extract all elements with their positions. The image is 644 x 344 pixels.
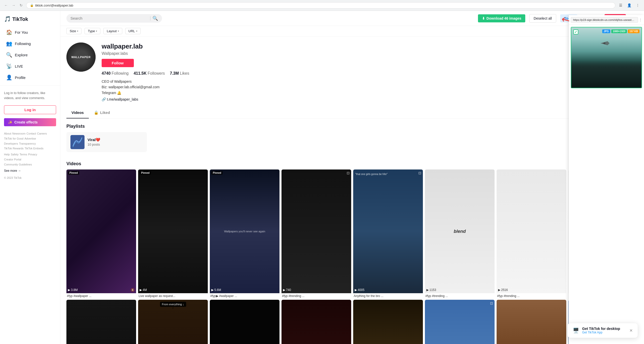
playlist-viral[interactable]: Viral❤️ 10 posts (66, 132, 147, 152)
browser-chrome: ← → ↻ 🔒 tiktok.com/@wallpaper.lab ☰ 👤 ⋮ (0, 0, 644, 11)
video-card-13[interactable]: ▶ 3002 #fyp #trending ... (353, 300, 423, 344)
video-card-1[interactable]: Pinned ▶ 3.8M 🔇 #fyp #wallpaper ... (66, 169, 136, 298)
footer-advertise[interactable]: Advertise (24, 136, 36, 141)
sidebar-login-message: Log in to follow creators, like videos, … (0, 88, 60, 103)
video-card-14[interactable]: ⊡ ▶ 2546 #fyp #trending ... (425, 300, 495, 344)
footer-safety[interactable]: Safety (11, 152, 19, 157)
tab-videos[interactable]: Videos (66, 107, 89, 118)
chevron-down-icon: ▾ (118, 30, 119, 32)
video-thumbnail-5: ⊡ "that one girls gonna be hfer" ▶ 4005 (353, 169, 423, 293)
url-dropdown[interactable]: URL ▾ (125, 28, 141, 34)
video-card-3[interactable]: Pinned Wallpapers you'll never see again… (210, 169, 279, 298)
video-card-10[interactable]: From everything ↓ ▶ 31.2K #fyp #trending… (138, 300, 208, 344)
toast-subtitle[interactable]: Get TikTok App (582, 331, 626, 334)
sidebar: 🎵 TikTok 🏠 For You 👥 Following 🔍 Explore… (0, 11, 60, 344)
desktop-icon: 🖥️ (573, 327, 579, 333)
video-thumbnail-2: Pinned ▶ 4M (138, 169, 208, 293)
video-card-9[interactable]: ▶ 2033 Quick edit #fyp ... (66, 300, 136, 344)
size-dropdown[interactable]: Size ▾ (66, 28, 82, 34)
profile-icon: 👤 (6, 74, 12, 80)
forward-button[interactable]: → (11, 2, 17, 8)
footer-about[interactable]: About (4, 131, 11, 136)
sidebar-item-following[interactable]: 👥 Following (2, 38, 58, 49)
videos-grid: Pinned ▶ 3.8M 🔇 #fyp #wallpaper ... Pinn… (66, 169, 638, 344)
popup-url-input[interactable] (571, 17, 638, 23)
search-icon[interactable]: 🔍 (152, 16, 158, 21)
footer-tiktok-good[interactable]: TikTok for Good (4, 136, 23, 141)
video-card-6[interactable]: blend ▶ 1153 #fyp #trending ... (425, 169, 495, 298)
bookmark-icon: ⊡ (347, 171, 350, 175)
deselect-button[interactable]: Deselect all (529, 14, 556, 23)
tab-liked[interactable]: 🔒 Liked (89, 107, 115, 118)
profile-btn[interactable]: 👤 (626, 2, 632, 9)
video-card-2[interactable]: Pinned ▶ 4M Live wallpaper as request... (138, 169, 208, 298)
sidebar-item-for-you[interactable]: 🏠 For You (2, 27, 58, 38)
likes-label: Likes (180, 71, 189, 76)
footer-terms[interactable]: Terms (20, 152, 27, 157)
video-card-7[interactable]: ▶ 2516 #fyp #trending ... (497, 169, 566, 298)
footer-community[interactable]: Community Guidelines (4, 162, 32, 167)
footer-developers[interactable]: Developers (4, 141, 18, 146)
video-card-12[interactable]: ❤ I ❤ Ghosts ▶ 3099 #fyp #trending ... (281, 300, 351, 344)
footer-privacy[interactable]: Privacy (28, 152, 37, 157)
create-effects-button[interactable]: ✨ Create effects (4, 118, 56, 126)
sidebar-login-button[interactable]: Log in (4, 105, 56, 114)
profile-section: WALLPAPER wallpaper.lab Wallpaper.labs F… (60, 36, 644, 119)
video-card-11[interactable]: ▶ 2161 #fyp #trending ... (210, 300, 279, 344)
tiktok-logo-icon: 🎵 (4, 16, 11, 22)
layout-dropdown[interactable]: Layout ▾ (103, 28, 122, 34)
bio-line-2: Biz: wallpaper.lab.official@gmail.com (102, 84, 614, 90)
type-dropdown[interactable]: Type ▾ (85, 28, 100, 34)
stat-following: 4740 Following (102, 71, 129, 76)
follow-button[interactable]: Follow (102, 59, 134, 67)
video-thumbnail-4: ⊡ ▶ 740 (281, 169, 351, 293)
footer-creator-portal[interactable]: Creator Portal (4, 157, 21, 162)
tiktok-logo[interactable]: 🎵 TikTok (0, 14, 60, 26)
video-card-5[interactable]: ⊡ "that one girls gonna be hfer" ▶ 4005 … (353, 169, 423, 298)
sidebar-item-profile[interactable]: 👤 Profile (2, 72, 58, 83)
footer-transparency[interactable]: Transparency (19, 141, 36, 146)
extensions-btn[interactable]: ☰ (617, 2, 624, 9)
popup-main-image (571, 27, 641, 88)
sidebar-nav: 🏠 For You 👥 Following 🔍 Explore 📡 LIVE 👤… (0, 26, 60, 83)
sidebar-item-explore[interactable]: 🔍 Explore (2, 49, 58, 60)
playlist-thumbnail (70, 135, 85, 149)
footer-newsroom[interactable]: Newsroom (12, 131, 26, 136)
more-btn[interactable]: ⋮ (634, 2, 641, 9)
sidebar-item-label: Explore (15, 53, 28, 57)
popup-select-checkbox[interactable]: ✓ (573, 29, 578, 34)
see-more-link[interactable]: See more → (4, 168, 56, 174)
playlist-name: Viral❤️ (88, 138, 100, 142)
profile-tabs: Videos 🔒 Liked (66, 107, 638, 119)
sidebar-item-live[interactable]: 📡 LIVE (2, 61, 58, 72)
footer-links-1: About Newsroom Contact Careers (4, 131, 56, 136)
video-card-15[interactable]: ▶ 6880 #fyp #trending ... (497, 300, 566, 344)
refresh-button[interactable]: ↻ (18, 2, 24, 8)
footer-help[interactable]: Help (4, 152, 10, 157)
profile-link-text: t.me/wallpaper_labs (107, 97, 138, 102)
likes-count: 7.3M (170, 71, 179, 76)
profile-bio: CEO of Wallpapers Biz: wallpaper.lab.off… (102, 79, 614, 102)
toast-close-button[interactable]: ✕ (629, 328, 633, 333)
sidebar-item-label: LIVE (15, 64, 23, 68)
back-button[interactable]: ← (3, 2, 9, 8)
browser-actions: ☰ 👤 ⋮ (617, 2, 641, 9)
view-count: 2516 (501, 288, 508, 292)
video-caption-3: #fyp▶ #wallpaper ... (210, 294, 279, 298)
footer-rewards[interactable]: TikTok Rewards (4, 146, 24, 151)
footer-embeds[interactable]: TikTok Embeds (25, 146, 44, 151)
search-input[interactable] (70, 16, 148, 20)
footer-careers[interactable]: Careers (37, 131, 47, 136)
popup-image-badges: JPG 1080×1920 157 KB (602, 29, 639, 33)
following-count: 4740 (102, 71, 111, 76)
view-count: 3.8M (71, 288, 78, 292)
download-button[interactable]: ⬇ Download 46 images (478, 14, 525, 22)
footer-contact[interactable]: Contact (26, 131, 36, 136)
checkmark-icon: ✓ (574, 30, 577, 34)
profile-link[interactable]: 🔗 t.me/wallpaper_labs (102, 97, 614, 102)
followers-count: 411.5K (134, 71, 147, 76)
video-card-4[interactable]: ⊡ ▶ 740 #fyp #trending ... (281, 169, 351, 298)
search-bar[interactable]: 🔍 (66, 14, 162, 23)
address-bar[interactable]: 🔒 tiktok.com/@wallpaper.lab (26, 2, 615, 9)
pinned-badge: Pinned (68, 171, 79, 175)
